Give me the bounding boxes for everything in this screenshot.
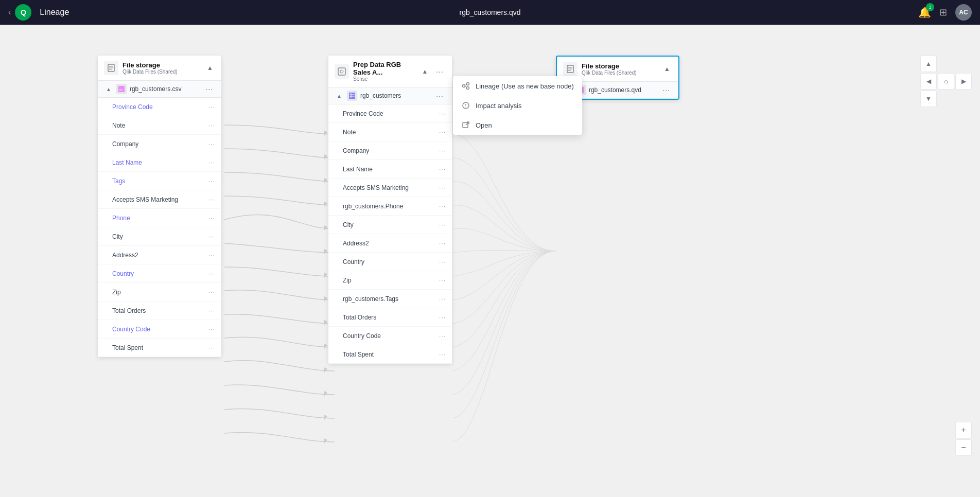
field-name: Total Orders — [343, 314, 439, 321]
svg-marker-11 — [324, 391, 327, 396]
open-icon — [461, 120, 470, 130]
field-menu[interactable]: ··· — [439, 129, 446, 136]
card1-field-row: Address2··· — [98, 246, 221, 264]
field-name: Note — [343, 129, 439, 136]
user-avatar[interactable]: AC — [955, 4, 972, 21]
notifications-button[interactable]: 🔔 3 — [918, 6, 931, 19]
section-menu-3[interactable]: ··· — [660, 85, 672, 95]
field-menu[interactable]: ··· — [439, 351, 446, 358]
field-menu[interactable]: ··· — [208, 307, 215, 314]
section-menu-2[interactable]: ··· — [434, 91, 446, 101]
field-name: Total Spent — [343, 351, 439, 358]
section-header-1: ▲ csv rgb_customers.csv ··· — [98, 81, 221, 98]
field-menu[interactable]: ··· — [439, 258, 446, 265]
field-menu[interactable]: ··· — [439, 314, 446, 321]
field-name: Country — [343, 258, 439, 265]
field-menu[interactable]: ··· — [439, 147, 446, 154]
field-menu[interactable]: ··· — [439, 166, 446, 173]
zoom-out-button[interactable]: − — [955, 439, 972, 456]
context-menu-impact[interactable]: Impact analysis — [453, 96, 582, 115]
svg-marker-6 — [324, 273, 327, 278]
field-name: rgb_customers.Phone — [343, 203, 439, 210]
svg-point-26 — [463, 85, 465, 87]
field-menu[interactable]: ··· — [439, 277, 446, 284]
field-menu[interactable]: ··· — [208, 215, 215, 222]
field-menu[interactable]: ··· — [439, 184, 446, 191]
apps-button[interactable]: ⊞ — [939, 7, 947, 18]
field-name: Last Name — [343, 166, 439, 173]
card-title-3: File storage — [582, 62, 658, 70]
svg-marker-5 — [324, 249, 327, 254]
field-menu[interactable]: ··· — [208, 177, 215, 185]
field-menu[interactable]: ··· — [439, 332, 446, 340]
section-collapse-2[interactable]: ▲ — [335, 92, 344, 100]
section-menu-1[interactable]: ··· — [203, 84, 215, 94]
field-menu[interactable]: ··· — [208, 252, 215, 259]
canvas: File storage Qlik Data Files (Shared) ▲ … — [0, 25, 980, 497]
field-name: Accepts SMS Marketing — [112, 196, 208, 203]
topbar-right: 🔔 3 ⊞ AC — [869, 4, 972, 21]
file-storage-icon-3 — [563, 62, 577, 76]
card-header-2: Prep Data RGB Sales A... Sense ▲ ··· — [328, 56, 452, 87]
field-menu[interactable]: ··· — [208, 159, 215, 166]
card-collapse-3[interactable]: ▲ — [662, 64, 672, 74]
field-name: Note — [112, 122, 208, 129]
svg-rect-20 — [338, 68, 345, 75]
field-name: Total Spent — [112, 344, 208, 351]
context-menu-lineage[interactable]: Lineage (Use as new base node) — [453, 76, 582, 96]
field-menu[interactable]: ··· — [208, 140, 215, 148]
nav-up-button[interactable]: ▲ — [920, 56, 937, 72]
field-name: Address2 — [112, 252, 208, 259]
field-menu[interactable]: ··· — [439, 203, 446, 210]
field-menu[interactable]: ··· — [208, 270, 215, 277]
field-menu[interactable]: ··· — [208, 233, 215, 240]
table-icon — [347, 91, 357, 101]
card2-field-row: Note··· — [328, 123, 452, 141]
card1-field-row: City··· — [98, 227, 221, 246]
svg-point-33 — [465, 106, 466, 108]
card-header-text-2: Prep Data RGB Sales A... Sense — [353, 61, 415, 82]
field-menu[interactable]: ··· — [208, 344, 215, 351]
field-menu[interactable]: ··· — [439, 240, 446, 247]
field-menu[interactable]: ··· — [208, 122, 215, 129]
nav-left-button[interactable]: ◀ — [920, 73, 937, 90]
svg-marker-2 — [324, 178, 327, 183]
card1-field-row: Phone··· — [98, 209, 221, 227]
card1-field-row: Note··· — [98, 116, 221, 135]
card-subtitle-3: Qlik Data Files (Shared) — [582, 70, 658, 76]
card-header-text-3: File storage Qlik Data Files (Shared) — [582, 62, 658, 76]
page-title: rgb_customers.qvd — [111, 8, 869, 16]
field-menu[interactable]: ··· — [208, 103, 215, 111]
qlik-logo-icon: Q — [15, 4, 31, 21]
nav-home-button[interactable]: ⌂ — [938, 73, 954, 90]
zoom-in-button[interactable]: + — [955, 422, 972, 438]
card2-fields: Province Code···Note···Company···Last Na… — [328, 104, 452, 364]
section-title-3: rgb_customers.qvd — [589, 86, 657, 94]
field-menu[interactable]: ··· — [208, 289, 215, 296]
nav-down-button[interactable]: ▼ — [920, 91, 937, 107]
svg-point-28 — [467, 87, 469, 90]
svg-point-21 — [340, 70, 343, 73]
card-collapse-1[interactable]: ▲ — [205, 63, 215, 73]
section-collapse-1[interactable]: ▲ — [104, 85, 113, 93]
prep-data-icon — [335, 64, 349, 79]
field-menu[interactable]: ··· — [208, 196, 215, 203]
back-button[interactable]: ‹ — [8, 8, 11, 17]
nav-controls: ▲ ◀ ⌂ ▶ ▼ — [920, 56, 972, 107]
card1-fields: Province Code···Note···Company···Last Na… — [98, 98, 221, 357]
svg-marker-10 — [324, 367, 327, 372]
section-title-1: rgb_customers.csv — [130, 85, 200, 93]
field-menu[interactable]: ··· — [439, 110, 446, 117]
nav-right-button[interactable]: ▶ — [955, 73, 972, 90]
field-name: Province Code — [112, 103, 208, 111]
field-menu[interactable]: ··· — [439, 221, 446, 228]
field-name: Province Code — [343, 110, 439, 117]
svg-marker-0 — [324, 131, 327, 136]
field-menu[interactable]: ··· — [439, 295, 446, 303]
card2-field-row: rgb_customers.Tags··· — [328, 290, 452, 308]
field-menu[interactable]: ··· — [208, 326, 215, 333]
card-menu-2[interactable]: ··· — [434, 66, 446, 77]
lineage-title: Lineage — [40, 8, 69, 17]
context-menu-open[interactable]: Open — [453, 115, 582, 135]
card-collapse-2[interactable]: ▲ — [419, 67, 430, 76]
